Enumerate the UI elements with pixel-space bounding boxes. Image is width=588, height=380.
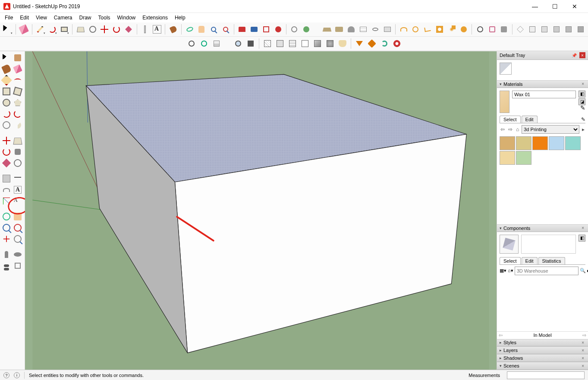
style-shaded-icon[interactable] bbox=[498, 23, 510, 35]
solid-intersect-icon[interactable] bbox=[410, 23, 421, 35]
ext1-icon[interactable] bbox=[186, 38, 198, 50]
solid-subtract-icon[interactable] bbox=[434, 23, 446, 35]
backedges-icon[interactable] bbox=[274, 38, 286, 50]
menu-draw[interactable]: Draw bbox=[76, 14, 95, 22]
style-wireframe-icon[interactable] bbox=[474, 23, 486, 35]
section-plane-icon[interactable] bbox=[232, 38, 244, 50]
2point-arc-icon[interactable] bbox=[13, 109, 23, 119]
material-swatch[interactable] bbox=[500, 136, 515, 150]
paint-bucket-large[interactable] bbox=[1, 64, 12, 74]
location-icon[interactable] bbox=[289, 23, 300, 35]
menu-window[interactable]: Window bbox=[114, 14, 139, 22]
sandbox-stamp-icon[interactable] bbox=[333, 23, 345, 35]
polygon-icon[interactable] bbox=[13, 97, 23, 108]
eraser-large[interactable] bbox=[13, 64, 23, 74]
view-back-icon[interactable] bbox=[563, 23, 574, 35]
follow-me-icon[interactable] bbox=[13, 147, 23, 157]
push-pull-tool[interactable] bbox=[75, 23, 86, 35]
rotate-tool[interactable] bbox=[111, 23, 123, 35]
close-tray-icon[interactable]: × bbox=[579, 52, 585, 58]
ext-manager-icon[interactable] bbox=[272, 23, 284, 35]
comp-replace-icon[interactable]: ◧ bbox=[579, 235, 585, 242]
zoom-extents-tool[interactable] bbox=[220, 23, 232, 35]
material-preview-swatch[interactable] bbox=[500, 91, 509, 113]
tape-measure-tool[interactable] bbox=[139, 23, 151, 35]
menu-camera[interactable]: Camera bbox=[50, 14, 76, 22]
shaded-icon[interactable] bbox=[311, 38, 324, 50]
paint-bucket-tool[interactable] bbox=[167, 23, 179, 35]
comp-view-icon[interactable]: ▦▾ bbox=[500, 268, 506, 273]
material-swatch[interactable] bbox=[549, 136, 564, 150]
solid-outer-icon[interactable] bbox=[398, 23, 409, 35]
zoom-large[interactable] bbox=[1, 223, 12, 233]
sandbox-contour-icon[interactable] bbox=[369, 23, 381, 35]
sandbox-flip-icon[interactable] bbox=[381, 23, 393, 35]
menu-tools[interactable]: Tools bbox=[95, 14, 114, 22]
make-component-icon[interactable] bbox=[13, 53, 23, 63]
window-maximize[interactable]: ☐ bbox=[545, 0, 565, 13]
tape-measure-large[interactable] bbox=[1, 173, 12, 184]
create-material-icon[interactable]: ◧ bbox=[579, 91, 585, 97]
select-tool[interactable] bbox=[2, 23, 13, 35]
style-thumbnail[interactable] bbox=[500, 63, 512, 75]
tray-header[interactable]: Default Tray 📌 × bbox=[497, 51, 588, 60]
view-left-icon[interactable] bbox=[575, 23, 586, 35]
color-picker-icon[interactable]: ✎ bbox=[580, 104, 585, 111]
help-icon[interactable]: ? bbox=[3, 372, 9, 378]
sandbox-drape-icon[interactable] bbox=[321, 23, 333, 35]
warehouse-icon[interactable] bbox=[236, 23, 248, 35]
comp-search-go-icon[interactable]: 🔍 bbox=[580, 268, 586, 273]
dimension-icon[interactable] bbox=[13, 173, 23, 184]
walk-icon[interactable] bbox=[1, 261, 12, 271]
component-thumbnail[interactable] bbox=[500, 235, 519, 254]
materials-edit-tab[interactable]: Edit bbox=[522, 116, 538, 123]
window-minimize[interactable]: — bbox=[525, 0, 545, 13]
comp-prev-icon[interactable]: ⇦ bbox=[499, 333, 503, 338]
scenes-panel-header[interactable]: Scenes× bbox=[497, 362, 588, 370]
view-top-icon[interactable] bbox=[527, 23, 538, 35]
text-tool[interactable]: A bbox=[151, 23, 163, 35]
components-panel-header[interactable]: Components× bbox=[497, 224, 588, 232]
ext3-icon[interactable] bbox=[211, 38, 223, 50]
wireframe-icon[interactable] bbox=[286, 38, 299, 50]
close-shadows-icon[interactable]: × bbox=[580, 356, 585, 361]
axes-icon[interactable] bbox=[1, 196, 12, 206]
shadows-panel-header[interactable]: Shadows× bbox=[497, 354, 588, 362]
offset-large[interactable] bbox=[13, 158, 23, 168]
close-layers-icon[interactable]: × bbox=[580, 348, 585, 353]
scale-large[interactable] bbox=[1, 158, 12, 168]
move-tool[interactable] bbox=[99, 23, 110, 35]
select-tool-large[interactable] bbox=[1, 53, 12, 63]
export-icon[interactable] bbox=[366, 38, 378, 50]
look-around-icon[interactable] bbox=[13, 249, 23, 260]
3d-text-icon[interactable]: A bbox=[13, 196, 23, 206]
line-large[interactable] bbox=[1, 75, 12, 85]
reload-icon[interactable] bbox=[378, 38, 390, 50]
text-large[interactable]: A bbox=[13, 185, 23, 195]
pin-icon[interactable]: 📌 bbox=[570, 53, 579, 58]
eraser-tool[interactable] bbox=[18, 23, 30, 35]
comp-home-icon[interactable]: ⌂▾ bbox=[508, 268, 513, 273]
solid-union-icon[interactable] bbox=[422, 23, 434, 35]
shaded-tex-icon[interactable] bbox=[324, 38, 336, 50]
materials-library-select[interactable]: 3d Printing bbox=[522, 125, 579, 134]
components-edit-tab[interactable]: Edit bbox=[522, 257, 538, 264]
monochrome-icon[interactable] bbox=[336, 38, 349, 50]
material-swatch[interactable] bbox=[516, 151, 531, 165]
rotated-rect-icon[interactable] bbox=[13, 86, 23, 97]
mat-menu-icon[interactable]: ▸ bbox=[581, 126, 585, 132]
section-display-icon[interactable] bbox=[245, 38, 257, 50]
viewport[interactable] bbox=[25, 51, 497, 370]
settings-icon[interactable] bbox=[391, 38, 403, 50]
components-stats-tab[interactable]: Statistics bbox=[538, 257, 565, 264]
mat-fwd-icon[interactable]: ⇨ bbox=[507, 126, 513, 132]
3point-arc-icon[interactable] bbox=[1, 120, 12, 130]
mat-back-icon[interactable]: ⇦ bbox=[500, 126, 506, 132]
material-swatch[interactable] bbox=[500, 151, 515, 165]
menu-extensions[interactable]: Extensions bbox=[139, 14, 171, 22]
offset-tool[interactable] bbox=[87, 23, 98, 35]
scale-tool[interactable] bbox=[123, 23, 135, 35]
move-large[interactable] bbox=[1, 135, 12, 146]
xray-icon[interactable] bbox=[261, 38, 274, 50]
zoom-window-icon[interactable] bbox=[13, 223, 23, 233]
